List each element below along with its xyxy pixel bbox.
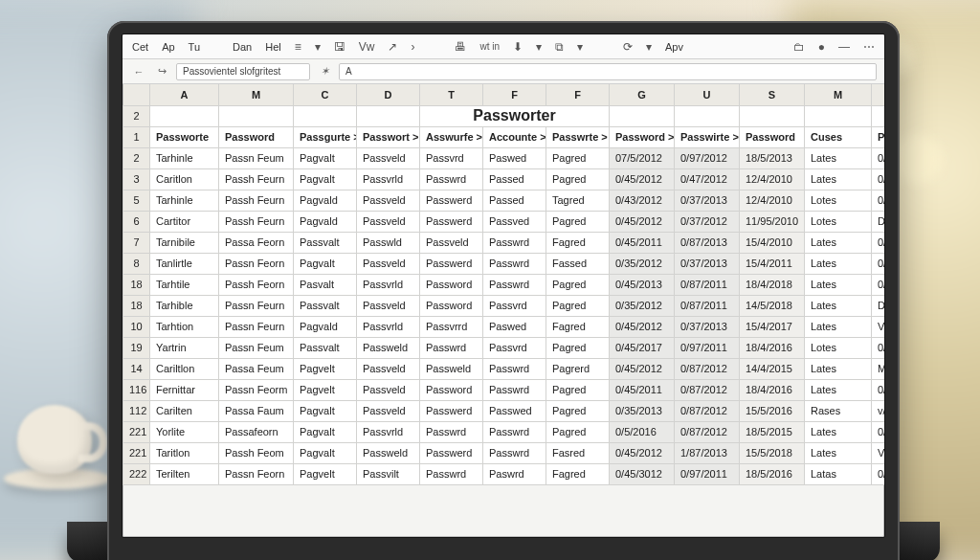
row-header[interactable]: 222 [123,463,150,484]
cell[interactable]: Passvalt [294,337,357,358]
cell[interactable]: Lates [805,379,872,400]
cell[interactable]: Passwrd [420,463,483,484]
cell[interactable]: Pagvald [294,190,357,211]
cell[interactable]: Passwrd [483,379,546,400]
cell[interactable]: Passveld [357,379,420,400]
cell[interactable]: v/44/012 [872,400,885,421]
cell[interactable]: Lates [805,421,872,442]
cell[interactable]: Passwerd [420,190,483,211]
cell[interactable]: Pagvalt [294,400,357,421]
cell[interactable]: Yartrin [150,337,219,358]
cell[interactable]: Passn Feurn [219,295,294,316]
cell[interactable]: Lotes [805,190,872,211]
column-header[interactable]: U [675,84,740,105]
cell[interactable]: 0/48/015 [872,232,885,253]
cell[interactable]: 0/97/2011 [675,463,740,484]
fx-icon[interactable]: ✶ [316,63,333,80]
cell[interactable]: 15/5/2016 [740,400,805,421]
cell[interactable]: 0/37/2013 [675,190,740,211]
row-header[interactable]: 7 [123,232,150,253]
cell[interactable]: Passveld [420,232,483,253]
cell[interactable]: Fagred [546,316,610,337]
column-label[interactable]: Passwrte > [546,126,610,147]
cell[interactable]: 0/35/2012 [610,295,675,316]
cell[interactable]: 0/87/2012 [675,421,740,442]
cell[interactable]: 11/95/2010 [740,211,805,232]
cell[interactable]: 0/87/2011 [675,274,740,295]
cell[interactable]: 0/45/2012 [610,442,675,463]
cell[interactable]: Passveld [357,253,420,274]
cell[interactable]: Cariltlon [150,358,219,379]
select-all-corner[interactable] [123,84,150,105]
cell[interactable]: 1/87/2013 [675,442,740,463]
cell[interactable]: Passwrd [483,421,546,442]
cell[interactable]: 0/45/2012 [610,211,675,232]
cell[interactable]: Passveld [357,147,420,168]
cell[interactable]: Pagred [546,379,610,400]
cell[interactable]: Pagvelt [294,463,357,484]
cell[interactable]: Lates [805,147,872,168]
cell[interactable]: Passwerd [420,442,483,463]
cell[interactable]: Pagred [546,168,610,190]
cell[interactable]: Passn Feorn [219,463,294,484]
cell[interactable]: V/04/017 [872,442,885,463]
row-header[interactable]: 3 [123,168,150,190]
share-icon[interactable]: ↗ [388,40,397,54]
cell[interactable]: Pagvald [294,316,357,337]
menu-item[interactable]: Dan [233,41,252,53]
cell[interactable]: Passa Faum [219,400,294,421]
cell[interactable]: 14/5/2018 [740,295,805,316]
column-header[interactable]: I [872,84,885,105]
cell[interactable]: Passwerd [420,400,483,421]
cell[interactable]: Tarnibile [150,232,219,253]
cell[interactable]: Carilten [150,400,219,421]
column-label[interactable]: Passwort > [357,126,420,147]
dropdown-icon[interactable]: ▾ [577,40,583,54]
cell[interactable] [805,105,872,126]
column-header[interactable]: T [420,84,483,105]
cell[interactable]: Paswrd [483,463,546,484]
cell[interactable]: Latas [805,463,872,484]
cell[interactable]: Passwrd [483,442,546,463]
cell[interactable]: Pagvelt [294,379,357,400]
cell[interactable]: 0/45/2011 [610,379,675,400]
cell[interactable]: 0/45/2012 [610,316,675,337]
cell[interactable]: Passh Feurn [219,168,294,190]
cell[interactable]: Passvrld [357,421,420,442]
cell[interactable]: 0/43/025 [872,274,885,295]
cell[interactable]: 0/87/2013 [675,232,740,253]
cell[interactable]: Lates [805,295,872,316]
cell[interactable]: Passwrd [483,274,546,295]
cell[interactable]: Passweld [420,358,483,379]
cell[interactable]: Password [420,379,483,400]
cell[interactable]: 0/37/2012 [675,211,740,232]
cell[interactable]: Tarhtion [150,316,219,337]
row-header[interactable]: 116 [123,379,150,400]
column-header[interactable]: C [294,84,357,105]
view-icon[interactable]: Vw [359,40,375,54]
cell[interactable]: Passvrld [357,168,420,190]
cell[interactable]: 15/5/2018 [740,442,805,463]
cell[interactable]: Passh Feurn [219,211,294,232]
back-icon[interactable]: ← [130,63,147,80]
cell[interactable]: Tarhinle [150,147,219,168]
align-left-icon[interactable]: ≡ [295,40,301,54]
cell[interactable]: Passveld [357,295,420,316]
cell[interactable]: Lates [805,232,872,253]
cell[interactable]: Passweld [357,337,420,358]
cell[interactable]: Pagred [546,421,610,442]
cell[interactable]: 0/44/007 [872,463,885,484]
row-header[interactable]: 8 [123,253,150,274]
cell[interactable]: 0/37/2013 [675,253,740,274]
cell[interactable]: Lates [805,358,872,379]
cell[interactable]: Fagred [546,232,610,253]
cell[interactable]: Passved [483,211,546,232]
cell[interactable] [740,105,805,126]
dot-icon[interactable]: ● [818,40,825,54]
cell[interactable] [150,105,219,126]
cell[interactable]: Passafeorn [219,421,294,442]
cell[interactable]: Pagvalt [294,421,357,442]
cell[interactable]: 0/97/2012 [675,147,740,168]
cell[interactable]: Passvrd [420,147,483,168]
cell[interactable]: Paswed [483,147,546,168]
